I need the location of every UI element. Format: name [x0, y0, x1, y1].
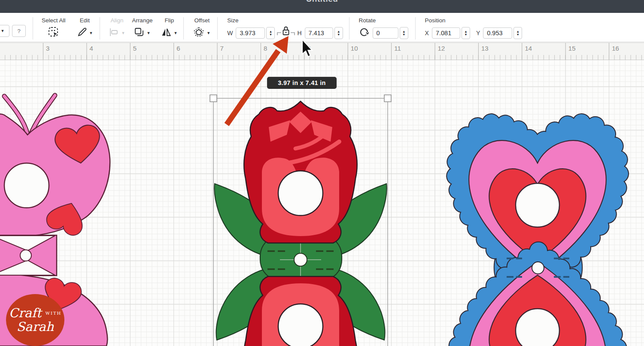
selection-size-tooltip: 3.97 in x 7.41 in — [267, 77, 337, 89]
chevron-down-icon: ▼ — [89, 31, 93, 35]
canvas-artwork — [0, 60, 644, 346]
select-all-button[interactable]: Select All — [42, 17, 66, 39]
offset-icon — [193, 27, 204, 39]
width-label: W — [227, 30, 233, 36]
height-stepper[interactable]: ▲ ▼ — [334, 27, 343, 39]
ruler-number: 5 — [133, 45, 137, 52]
ruler-number: 12 — [438, 45, 445, 52]
arrange-layers-icon — [134, 27, 144, 39]
divider — [217, 17, 218, 39]
document-title[interactable]: Untitled — [306, 0, 338, 4]
divider — [349, 17, 349, 39]
divider — [100, 17, 100, 39]
position-group: Position X ▲ ▼ Y ▲ ▼ — [425, 17, 522, 39]
chevron-down-icon: ▼ — [207, 31, 210, 35]
rotate-group: Rotate ▲ ▼ — [359, 17, 408, 39]
width-stepper[interactable]: ▲ ▼ — [266, 27, 275, 39]
x-stepper[interactable]: ▲ ▼ — [462, 27, 470, 39]
align-button: Align ▼ — [109, 17, 125, 39]
collapsed-panel-button[interactable]: ▼ — [0, 25, 9, 37]
size-group: Size W ▲ ▼ H ▲ ▼ — [227, 17, 343, 39]
offset-button[interactable]: Offset ▼ — [193, 17, 210, 39]
selection-handle-top-left[interactable] — [210, 95, 217, 102]
y-input[interactable] — [483, 27, 512, 39]
flip-button[interactable]: Flip ▼ — [161, 17, 177, 39]
blue-heart-design[interactable] — [456, 123, 620, 346]
red-rose-design[interactable] — [214, 101, 386, 346]
ruler-number: 3 — [46, 45, 49, 52]
rotate-icon[interactable] — [359, 27, 369, 39]
title-bar: Untitled — [0, 0, 644, 13]
rotate-stepper[interactable]: ▲ ▼ — [400, 27, 408, 39]
arrange-button[interactable]: Arrange ▼ — [132, 17, 152, 39]
help-icon: ? — [17, 28, 20, 34]
divider — [183, 17, 184, 39]
width-input[interactable] — [236, 27, 265, 39]
design-canvas[interactable]: 3.97 in x 7.41 in Craft WITH Sarah — [0, 60, 644, 346]
help-button[interactable]: ? — [12, 25, 26, 37]
selection-handle-top-right[interactable] — [384, 95, 391, 102]
heart-center-hole — [532, 262, 544, 274]
rose-center-hole — [294, 253, 307, 266]
chevron-down-icon: ▼ — [146, 31, 150, 35]
ruler-number: 10 — [351, 45, 358, 52]
ruler-number: 4 — [89, 45, 93, 52]
divider — [415, 17, 416, 39]
height-input[interactable] — [305, 27, 333, 39]
chevron-down-icon: ▼ — [1, 29, 5, 33]
ruler-number: 11 — [394, 45, 401, 52]
x-label: X — [425, 30, 429, 36]
x-input[interactable] — [432, 27, 460, 39]
height-label: H — [297, 30, 301, 36]
ruler-number: 6 — [176, 45, 180, 52]
divider — [33, 17, 33, 39]
ruler-number: 16 — [612, 45, 619, 52]
edit-button[interactable]: Edit ▼ — [77, 17, 93, 39]
ruler-number: 14 — [525, 45, 532, 52]
craft-with-sarah-logo: Craft WITH Sarah — [6, 294, 64, 346]
chevron-down-icon: ▼ — [173, 31, 177, 35]
ruler-number: 9 — [307, 45, 310, 52]
ruler-number: 13 — [481, 45, 489, 52]
y-label: Y — [476, 30, 480, 36]
pencil-icon — [77, 27, 87, 39]
ruler-number: 15 — [568, 45, 576, 52]
chevron-down-icon: ▼ — [121, 31, 125, 35]
rotate-input[interactable] — [373, 27, 398, 39]
ruler-number: 8 — [264, 45, 267, 52]
select-all-icon — [48, 27, 59, 39]
ruler: 345678910111213141516 — [0, 42, 644, 60]
edit-toolbar: ▼ ? Select All Edit ▼ Align — [0, 13, 644, 42]
aspect-lock-icon[interactable] — [276, 25, 295, 41]
align-icon — [109, 27, 119, 39]
ruler-number: 7 — [220, 45, 224, 52]
y-stepper[interactable]: ▲ ▼ — [513, 27, 522, 39]
flip-mirror-icon — [161, 27, 171, 39]
